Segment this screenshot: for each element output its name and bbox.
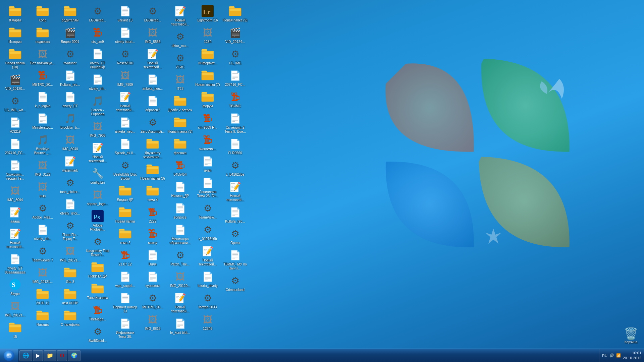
desktop-icon-i54[interactable]: 🖼shpore_logo... <box>85 187 111 207</box>
desktop-icon-i20[interactable]: 📄k_r_logika <box>30 89 56 110</box>
desktop-icon-i92[interactable]: ⚙dktor_mu... <box>167 28 193 49</box>
desktop-icon-i107[interactable]: 🖼1234 <box>195 24 221 45</box>
desktop-icon-i53[interactable]: 🔧config.bin <box>85 165 111 186</box>
desktop-icon-i28[interactable]: 🖼IMG_20121... <box>30 264 56 285</box>
desktop-icon-i41[interactable]: ⚙Папа Па - Город Т... <box>57 218 83 242</box>
desktop-icon-i66[interactable]: 📄anketa_neu... <box>112 114 138 135</box>
desktop-icon-i78[interactable]: 📝Новый текстовой... <box>140 46 166 71</box>
desktop-icon-i15[interactable]: 15 <box>2 319 28 340</box>
desktop-icon-i70[interactable]: Новая папка <box>112 204 138 225</box>
desktop-icon-i21[interactable]: 📄Ministerstvo... <box>30 110 56 131</box>
desktop-icon-i33[interactable]: ⚙rivatuner <box>57 46 83 67</box>
desktop-icon-i113[interactable]: 📄иная <box>195 153 221 174</box>
desktop-icon-i71[interactable]: тема 2 <box>112 226 138 246</box>
desktop-icon-i11[interactable]: 📝Новый текстовой... <box>2 226 28 250</box>
desktop-icon-i106[interactable]: LrLightroom 3.6 <box>195 3 221 24</box>
desktop-icon-i52[interactable]: 📝Новый текстовой... <box>85 140 111 165</box>
desktop-icon-i110[interactable]: форум <box>195 89 221 110</box>
desktop-icon-i104[interactable]: 📝Новый текстовой... <box>167 290 193 315</box>
desktop-icon-i131[interactable]: ⚙Opera <box>222 226 248 246</box>
desktop-icon-i3[interactable]: Новая папка (10) <box>2 46 28 71</box>
desktop-icon-i49[interactable]: 📄otvety_inf... <box>85 71 111 92</box>
desktop-icon-i44[interactable]: нем КОПР <box>57 286 83 307</box>
desktop-icon-i114[interactable]: 📄Социолоия Тема 26. От... <box>195 175 221 199</box>
desktop-icon-i133[interactable]: ⚙Crimsonland <box>222 273 248 293</box>
desktop-icon-i35[interactable]: 📄otvety_ET <box>57 89 83 110</box>
desktop-icon-i67[interactable]: 📄Spisok_ek li... <box>112 136 138 157</box>
desktop-icon-i16[interactable]: Копр <box>30 3 56 24</box>
desktop-icon-i94[interactable]: 🖼IT23 <box>167 71 193 92</box>
desktop-icon-i8[interactable]: 📄Экономич... теория Те... <box>2 157 28 182</box>
desktop-icon-i81[interactable]: ⚙Zero Assumpti... <box>140 114 166 135</box>
desktop-icon-i120[interactable]: 🖼12345 <box>195 311 221 332</box>
desktop-icon-i51[interactable]: 🖼IMG_7905 <box>85 118 111 139</box>
desktop-icon-i75[interactable]: 📄Информати Тема 38. <box>112 315 138 340</box>
desktop-icon-i42[interactable]: 🖼IMG_20121... <box>57 243 83 264</box>
taskbar-media[interactable]: ▶ <box>33 350 43 361</box>
desktop-icon-i27[interactable]: ⚙TeamViewer 7 <box>30 243 56 264</box>
desktop-icon-i93[interactable]: ⚙2ГИС <box>167 50 193 71</box>
taskbar-browser2[interactable]: 🌍 <box>68 350 80 361</box>
taskbar-opera[interactable]: O <box>57 350 67 361</box>
desktop-icon-i127[interactable]: 📄FI.R0560 <box>222 136 248 157</box>
desktop-icon-i50[interactable]: 🎵Loreen - Euphoria <box>85 93 111 118</box>
desktop-icon-i73[interactable]: 📄wpo_suppli... <box>112 268 138 289</box>
desktop-icon-i58[interactable]: Таня Козаева <box>85 281 111 301</box>
desktop-icon-i25[interactable]: ⚙Adobe_Flas... <box>30 200 56 221</box>
desktop-icon-i112[interactable]: 🗜экономик... <box>195 132 221 153</box>
desktop-icon-i63[interactable]: ⚙Reset2010 <box>112 46 138 67</box>
desktop-icon-i38[interactable]: 📝watermark <box>57 153 83 174</box>
desktop-icon-i85[interactable]: 🗜2222 <box>140 204 166 225</box>
desktop-icon-i119[interactable]: ⚙Метро 2033 <box>195 290 221 311</box>
desktop-icon-i129[interactable]: 📝Новый текстовой... <box>222 179 248 203</box>
desktop-icon-i132[interactable]: 📄ТВИМС_МУ по вын к... <box>222 247 248 272</box>
desktop-icon-i108[interactable]: Информат... <box>195 46 221 67</box>
desktop-icon-i102[interactable]: ⚙Patch_The... <box>167 247 193 268</box>
desktop-icon-i101[interactable]: 📄Министерс образовани... <box>167 222 193 246</box>
desktop-icon-i39[interactable]: ⚙tone_picker... <box>57 175 83 195</box>
desktop-icon-i60[interactable]: ⚙SwiftDroid... <box>85 323 111 344</box>
desktop-icon-i109[interactable]: Новая папка (7) <box>195 67 221 88</box>
tray-volume[interactable]: 🔊 <box>609 353 614 358</box>
desktop-icon-i1[interactable]: 8 марта <box>2 3 28 24</box>
desktop-icon-i87[interactable]: 📄Виля <box>140 247 166 268</box>
desktop-icon-i56[interactable]: ⚙Kaspersky Trial Reset f... <box>85 234 111 258</box>
desktop-icon-i9[interactable]: 🖼IMG_3094 <box>2 183 28 203</box>
desktop-icon-i55[interactable]: PsAdobe Photosh... <box>85 208 111 233</box>
desktop-icon-i122[interactable]: 🎬VID_20124... <box>222 24 248 45</box>
desktop-icon-i83[interactable]: Новая папка (3) <box>140 161 166 182</box>
desktop-icon-i2[interactable]: История <box>2 24 28 45</box>
desktop-icon-i62[interactable]: 📄otvety istori... <box>112 24 138 45</box>
desktop-icon-i82[interactable]: Двухконту зажигание... <box>140 136 166 161</box>
desktop-icon-i6[interactable]: 📄703219 <box>2 114 28 135</box>
desktop-icon-i19[interactable]: 🗜METRO_20... <box>30 67 56 88</box>
desktop-icon-i105[interactable]: 📄le_kont bldi... <box>167 315 193 336</box>
desktop-icon-i116[interactable]: ⚙z_0197616b <box>195 222 221 242</box>
desktop-icon-i22[interactable]: 🎵Brooklyn Bounce _... <box>30 132 56 157</box>
desktop-icon-i91[interactable]: 📝Новый текстовой... <box>167 3 193 28</box>
desktop-icon-i24[interactable]: 🖼рыр <box>30 179 56 199</box>
desktop-icon-i10[interactable]: 📝ааааа <box>2 204 28 225</box>
desktop-icon-i32[interactable]: 🎬Видео-0001 <box>57 24 83 45</box>
desktop-icon-i68[interactable]: ⚙UsefulUtils Disc Studio <box>112 157 138 182</box>
desktop-icon-i46[interactable]: ⚙LGUnited... <box>85 3 111 24</box>
desktop-icon-i125[interactable]: 🗜ТВИМС <box>222 89 248 110</box>
desktop-icon-i79[interactable]: 📄anketa_neu... <box>140 71 166 92</box>
desktop-icon-i12[interactable]: 📄otvety_ET 86ааааааааа <box>2 251 28 276</box>
desktop-icon-i77[interactable]: 🖼IMG_8556 <box>140 24 166 45</box>
desktop-icon-i130[interactable]: 📄Kultura_rec... <box>222 204 248 225</box>
desktop-icon-i17[interactable]: подвеска <box>30 24 56 45</box>
desktop-icon-i121[interactable]: Новая папка (9) <box>222 3 248 24</box>
desktop-icon-i4[interactable]: 🎬VID_20120... <box>2 71 28 92</box>
desktop-icon-i118[interactable]: 📄Istoria_otvety <box>195 268 221 289</box>
desktop-icon-i76[interactable]: ⚙LGUnited... <box>140 3 166 24</box>
taskbar-ie[interactable]: 🌐 <box>19 350 32 361</box>
desktop-icon-i128[interactable]: ⚙z_b4162cbe <box>222 157 248 178</box>
desktop-icon-i31[interactable]: родителям <box>57 3 83 24</box>
desktop-icon-i97[interactable]: флешка <box>167 136 193 157</box>
desktop-icon-i84[interactable]: тема 4 <box>140 183 166 203</box>
desktop-icon-i5[interactable]: ⚙LG_IME_wit... <box>2 93 28 114</box>
desktop-icon-i124[interactable]: 📄207416_FC... <box>222 67 248 88</box>
desktop-icon-i64[interactable]: 🖼IMG_7909 <box>112 67 138 88</box>
start-button[interactable] <box>0 349 18 362</box>
